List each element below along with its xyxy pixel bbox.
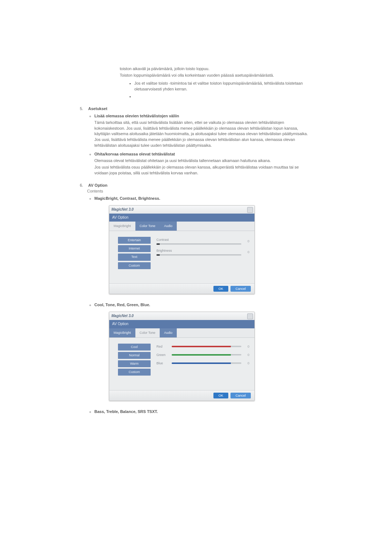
section-6-entry-3-lead: Bass, Treble, Balance, SRS TSXT. — [94, 409, 158, 414]
section-6: 6. AV Option Contents MagicBright, Contr… — [80, 183, 312, 415]
blue-label: Blue — [156, 361, 169, 366]
dialog-subtitle: AV Option — [109, 320, 254, 328]
section-6-entry-3: Bass, Treble, Balance, SRS TSXT. — [94, 409, 312, 415]
slider-group: Contrast 0 Brightness — [156, 237, 249, 259]
preset-internet[interactable]: Internet — [118, 245, 151, 252]
section-6-list: MagicBright, Contrast, Brightness. Magic… — [88, 196, 312, 415]
close-icon[interactable] — [247, 313, 253, 319]
av-option-dialog-2: MagicNet 3.0 AV Option MagicBright Color… — [109, 312, 255, 401]
cancel-button[interactable]: Cancel — [230, 393, 251, 398]
contrast-label: Contrast — [156, 238, 241, 242]
blue-value: 0 — [244, 361, 249, 366]
dialog-tabs: MagicBright Color Tone Audio — [109, 328, 254, 338]
section-6-entry-1: MagicBright, Contrast, Brightness. Magic… — [94, 196, 312, 294]
red-value: 0 — [244, 344, 249, 349]
dialog-footer: OK Cancel — [109, 283, 254, 294]
green-value: 0 — [244, 353, 249, 357]
contrast-track[interactable] — [156, 243, 241, 245]
intro-bullet: Jos et valitse toisto -toimintoa tai et … — [134, 81, 312, 92]
section-5-item-2-body2: Jos uusi tehtävälista osuu päällekkäin j… — [94, 165, 312, 176]
section-5-item-2-lead: Ohita/korvaa olemassa olevat tehtävälist… — [94, 152, 175, 156]
intro-bullet-list: Jos et valitse toisto -toimintoa tai et … — [128, 81, 312, 100]
preset-warm[interactable]: Warm — [118, 360, 151, 367]
dialog-titlebar[interactable]: MagicNet 3.0 — [109, 312, 254, 320]
dialog-tabs: MagicBright Color Tone Audio — [109, 222, 254, 231]
section-6-subtitle: Contents — [87, 189, 312, 194]
section-5-list: Lisää olemassa olevien tehtävälistojen v… — [88, 113, 312, 176]
dialog-body: Cool Normal Warm Custom Red 0 — [109, 338, 254, 390]
preset-cool[interactable]: Cool — [118, 344, 151, 351]
red-label: Red — [156, 344, 169, 349]
tab-color-tone[interactable]: Color Tone — [135, 328, 160, 337]
brightness-label: Brightness — [156, 248, 241, 253]
intro-bullet-empty — [134, 94, 312, 100]
brightness-value: 0 — [244, 250, 249, 255]
preset-entertain[interactable]: Entertain — [118, 237, 151, 244]
section-5-item-1: Lisää olemassa olevien tehtävälistojen v… — [94, 113, 312, 149]
section-5-item-1-lead: Lisää olemassa olevien tehtävälistojen v… — [94, 114, 179, 118]
section-5-item-2: Ohita/korvaa olemassa olevat tehtävälist… — [94, 151, 312, 176]
intro-line-2: Toiston loppumispäivämäärä voi olla kork… — [120, 73, 312, 78]
intro-block: toiston aikaväli ja päivämäärä, jolloin … — [120, 66, 312, 100]
section-5: 5. Asetukset Lisää olemassa olevien teht… — [80, 106, 312, 176]
section-6-entry-2: Cool, Tone, Red, Green, Blue. MagicNet 3… — [94, 302, 312, 401]
section-5-item-2-body: Olemassa olevat tehtävälistat ohitetaan … — [94, 158, 312, 164]
tab-magicbright[interactable]: MagicBright — [109, 328, 135, 337]
slider-group: Red 0 Green 0 Blue — [156, 344, 249, 369]
preset-list: Cool Normal Warm Custom — [118, 344, 151, 376]
section-6-number: 6. — [80, 183, 87, 189]
tab-audio[interactable]: Audio — [160, 328, 177, 337]
blue-track[interactable] — [172, 362, 241, 364]
brightness-track[interactable] — [156, 254, 241, 256]
slider-red: Red 0 — [156, 344, 249, 349]
ok-button[interactable]: OK — [213, 393, 228, 398]
dialog-titlebar[interactable]: MagicNet 3.0 — [109, 206, 254, 214]
dialog-body: Entertain Internet Text Custom Contrast — [109, 231, 254, 283]
preset-list: Entertain Internet Text Custom — [118, 237, 151, 269]
section-6-entry-1-lead: MagicBright, Contrast, Brightness. — [94, 196, 160, 200]
dialog-footer: OK Cancel — [109, 390, 254, 401]
slider-brightness: Brightness 0 — [156, 248, 249, 256]
preset-text[interactable]: Text — [118, 254, 151, 260]
tab-audio[interactable]: Audio — [160, 222, 177, 231]
preset-custom[interactable]: Custom — [118, 369, 151, 376]
tab-color-tone[interactable]: Color Tone — [135, 222, 160, 231]
av-option-dialog-1: MagicNet 3.0 AV Option MagicBright Color… — [109, 205, 255, 295]
preset-custom[interactable]: Custom — [118, 262, 151, 269]
close-icon[interactable] — [247, 207, 253, 213]
dialog-title-text: MagicNet 3.0 — [111, 313, 134, 319]
cancel-button[interactable]: Cancel — [230, 286, 251, 292]
section-5-item-1-body: Tämä tarkoittaa sitä, että uusi tehtäväl… — [94, 120, 312, 149]
section-5-title: Asetukset — [88, 106, 107, 111]
tab-magicbright[interactable]: MagicBright — [109, 222, 135, 231]
ok-button[interactable]: OK — [213, 286, 228, 292]
dialog-title-text: MagicNet 3.0 — [111, 207, 134, 212]
section-5-number: 5. — [80, 106, 87, 112]
dialog-subtitle: AV Option — [109, 214, 254, 222]
slider-contrast: Contrast 0 — [156, 238, 249, 245]
intro-line-1: toiston aikaväli ja päivämäärä, jolloin … — [120, 66, 312, 72]
green-label: Green — [156, 353, 169, 357]
slider-blue: Blue 0 — [156, 361, 249, 366]
green-track[interactable] — [172, 354, 241, 356]
section-6-entry-2-lead: Cool, Tone, Red, Green, Blue. — [94, 303, 150, 307]
document-page: toiston aikaväli ja päivämäärä, jolloin … — [65, 0, 327, 490]
contrast-value: 0 — [244, 239, 249, 244]
slider-green: Green 0 — [156, 353, 249, 357]
section-6-title: AV Option — [88, 183, 107, 187]
red-track[interactable] — [172, 346, 241, 347]
preset-normal[interactable]: Normal — [118, 352, 151, 359]
